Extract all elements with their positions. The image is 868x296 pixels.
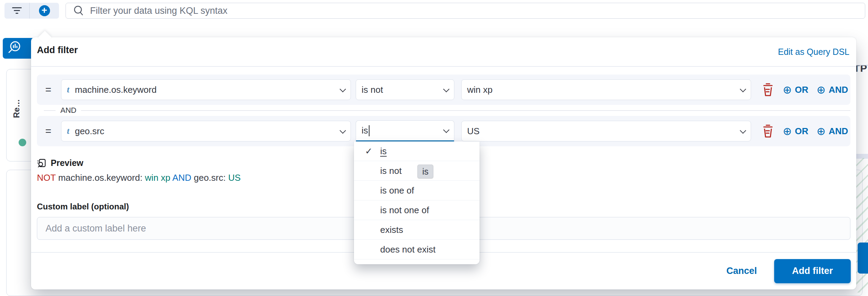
- plus-circle-icon: ⊕: [783, 126, 792, 137]
- filter-row-1: = t machine.os.keyword is not win xp: [37, 75, 850, 105]
- filter-preview-text: NOT machine.os.keyword: win xp AND geo.s…: [37, 172, 241, 183]
- add-and-condition-button[interactable]: ⊕ AND: [817, 85, 848, 95]
- and-label: AND: [829, 85, 848, 95]
- menu-item-is[interactable]: ✓ is: [354, 141, 480, 161]
- chevron-down-icon: [740, 86, 746, 92]
- add-filter-popover: Add filter Edit as Query DSL = t machine…: [31, 37, 856, 289]
- field-select-row2[interactable]: t geo.src: [61, 121, 351, 141]
- add-and-condition-button[interactable]: ⊕ AND: [817, 126, 848, 137]
- equals-symbol: =: [43, 125, 53, 137]
- check-icon: ✓: [365, 146, 380, 157]
- operator-select-row1[interactable]: is not: [356, 79, 454, 100]
- string-token-icon: t: [67, 126, 69, 136]
- string-token-icon: t: [67, 85, 69, 95]
- field-select-value: geo.src: [75, 126, 104, 137]
- cancel-button[interactable]: Cancel: [726, 266, 757, 276]
- plus-circle-icon: ⊕: [817, 85, 826, 95]
- chevron-down-icon: [443, 127, 449, 133]
- inspect-icon: [37, 158, 47, 168]
- preview-header: Preview: [37, 158, 83, 168]
- trash-icon: [761, 82, 775, 97]
- and-label: AND: [829, 126, 848, 137]
- kql-search-input[interactable]: [90, 6, 858, 16]
- menu-item-label: is not one of: [380, 205, 429, 216]
- visualize-button[interactable]: [3, 38, 34, 59]
- panel-border-line: [856, 65, 868, 66]
- operator-input-value: is: [362, 125, 368, 136]
- or-label: OR: [795, 126, 808, 137]
- drag-ghost-badge: is: [417, 165, 433, 178]
- filter-menu-button[interactable]: [4, 3, 30, 19]
- edit-query-dsl-link[interactable]: Edit as Query DSL: [778, 47, 849, 57]
- filter-controls-group: +: [4, 3, 59, 19]
- custom-label-heading: Custom label (optional): [37, 202, 129, 211]
- add-or-condition-button[interactable]: ⊕ OR: [783, 85, 808, 95]
- panel-vertical-title: Re…: [12, 77, 21, 118]
- menu-item-label: exists: [380, 225, 403, 235]
- status-dot: [19, 139, 26, 146]
- plus-circle-icon: ⊕: [783, 85, 792, 95]
- menu-item-exists[interactable]: exists: [354, 220, 480, 240]
- menu-item-does-not-exist[interactable]: does not exist: [354, 240, 480, 259]
- preview-label: Preview: [51, 158, 83, 168]
- hidden-blue-button[interactable]: [858, 243, 868, 274]
- chevron-down-icon: [740, 127, 746, 134]
- add-filter-submit-button[interactable]: Add filter: [774, 259, 851, 283]
- menu-item-is-not[interactable]: is not: [354, 161, 480, 181]
- connector-line: [44, 110, 56, 111]
- delete-filter-row-button[interactable]: [761, 82, 775, 97]
- text-cursor: [369, 125, 370, 136]
- menu-item-label: is one of: [380, 185, 414, 196]
- add-or-condition-button[interactable]: ⊕ OR: [783, 126, 808, 137]
- equals-symbol: =: [43, 84, 53, 96]
- add-filter-plus-button[interactable]: +: [39, 5, 50, 16]
- preview-value: US: [228, 172, 240, 183]
- chevron-down-icon: [339, 127, 346, 134]
- connector-label: AND: [60, 106, 76, 115]
- menu-item-is-not-one-of[interactable]: is not one of: [354, 200, 480, 220]
- kql-search-bar[interactable]: [66, 3, 865, 19]
- connector-line: [81, 110, 850, 111]
- value-select-row2[interactable]: US: [461, 121, 751, 141]
- popover-title: Add filter: [37, 45, 78, 56]
- delete-filter-row-button[interactable]: [761, 124, 775, 139]
- or-label: OR: [795, 85, 808, 95]
- search-icon: [73, 5, 85, 17]
- plus-circle-icon: ⊕: [817, 126, 826, 137]
- menu-item-label: is: [380, 146, 387, 157]
- chevron-down-icon: [443, 86, 449, 92]
- preview-field: machine.os.keyword:: [58, 172, 145, 183]
- lens-chart-icon: [3, 38, 23, 57]
- menu-item-is-one-of[interactable]: is one of: [354, 181, 480, 200]
- filter-icon: [12, 7, 22, 14]
- value-select-row1[interactable]: win xp: [461, 79, 751, 100]
- value-select-value: US: [467, 126, 480, 137]
- menu-item-label: does not exist: [380, 244, 435, 255]
- header-divider: [31, 66, 856, 67]
- add-filter-cell: +: [30, 5, 59, 16]
- trash-icon: [761, 124, 775, 139]
- field-select-row1[interactable]: t machine.os.keyword: [61, 79, 351, 100]
- and-connector: AND: [37, 105, 850, 116]
- field-select-value: machine.os.keyword: [75, 85, 157, 95]
- operator-dropdown-menu: ✓ is is not is one of is not one of exis…: [354, 141, 480, 264]
- preview-and: AND: [172, 172, 194, 183]
- operator-select-value: is not: [362, 85, 383, 95]
- operator-select-row2-focused[interactable]: is: [356, 120, 454, 142]
- value-select-value: win xp: [467, 85, 493, 95]
- preview-value: win xp: [145, 172, 172, 183]
- preview-not: NOT: [37, 172, 58, 183]
- chevron-down-icon: [339, 86, 346, 92]
- menu-item-label: is not: [380, 166, 402, 176]
- preview-field: geo.src:: [194, 172, 228, 183]
